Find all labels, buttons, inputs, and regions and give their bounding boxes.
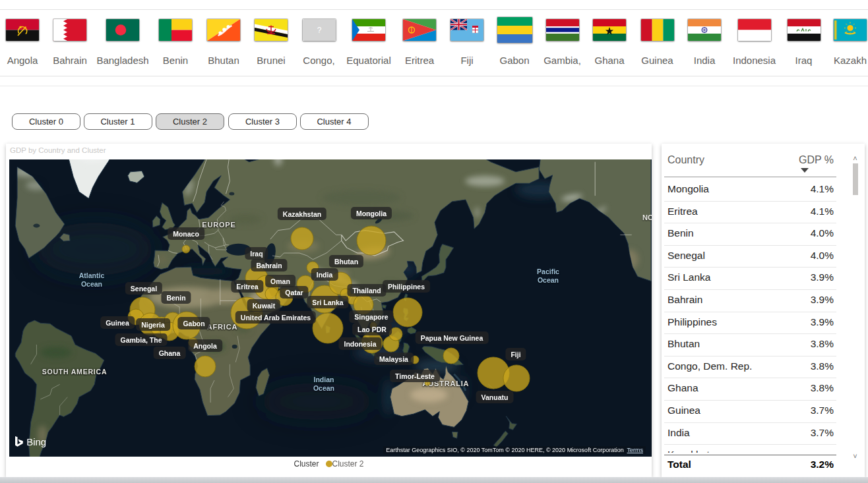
svg-text:?: ? — [317, 26, 321, 35]
